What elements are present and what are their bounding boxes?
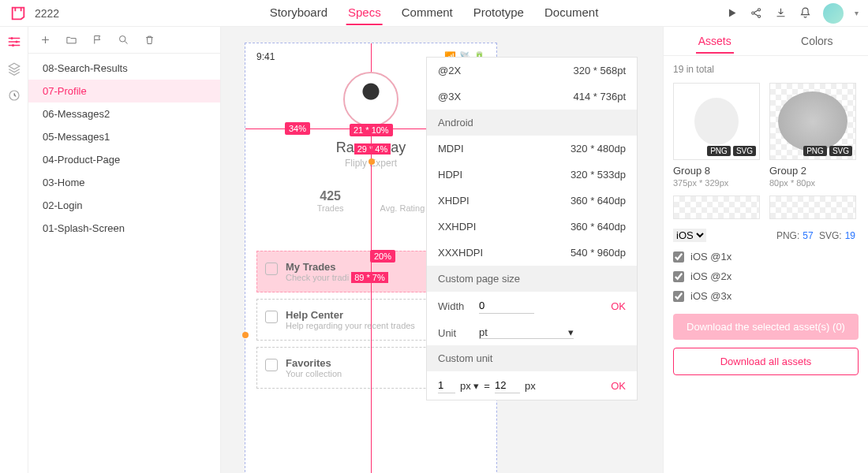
specs-mode-icon[interactable] xyxy=(7,35,21,49)
page-item[interactable]: 01-Splash-Screen xyxy=(28,217,220,240)
page-item[interactable]: 02-Login xyxy=(28,194,220,217)
width-input[interactable] xyxy=(479,298,534,314)
folder-icon[interactable] xyxy=(65,34,77,46)
page-list: 08-Search-Results 07-Profile 06-Messages… xyxy=(28,54,220,243)
scale-checkbox[interactable]: iOS @1x xyxy=(673,247,859,266)
section-header-custom-page: Custom page size xyxy=(427,266,637,292)
spec-panel: @2X320 * 568pt @3X414 * 736pt Android MD… xyxy=(426,57,638,400)
density-val: 540 * 960dp xyxy=(571,247,626,259)
density-key: HDPI xyxy=(438,169,462,181)
resize-handle[interactable] xyxy=(369,158,375,165)
right-panel: Assets Colors 19 in total PNGSVG Group 8… xyxy=(663,27,868,473)
section-header-custom-unit: Custom unit xyxy=(427,345,637,371)
equals-label: = xyxy=(484,380,490,392)
profile-avatar xyxy=(343,72,398,127)
user-menu-chevron-icon[interactable]: ▾ xyxy=(855,9,859,17)
tab-comment[interactable]: Comment xyxy=(400,1,455,25)
list-item-icon xyxy=(265,263,278,275)
download-all-button[interactable]: Download all assets xyxy=(673,348,859,375)
scale-val: 414 * 736pt xyxy=(573,91,626,102)
format-counts: PNG:57 SVG:19 xyxy=(776,230,859,241)
scale-checkbox[interactable]: iOS @3x xyxy=(673,286,859,306)
svg-point-7 xyxy=(120,36,126,43)
list-item-title: My Trades xyxy=(286,261,388,273)
ok-button[interactable]: OK xyxy=(611,380,626,392)
top-nav: Storyboard Specs Comment Prototype Docum… xyxy=(268,1,600,25)
asset-name: Group 8 xyxy=(673,165,760,177)
assets-total: 19 in total xyxy=(664,56,868,83)
width-label: Width xyxy=(438,300,471,312)
scale-checkbox[interactable]: iOS @2x xyxy=(673,266,859,286)
page-item[interactable]: 06-Messages2 xyxy=(28,102,220,125)
asset-thumb: PNGSVG xyxy=(673,83,760,160)
ratio-a-input[interactable] xyxy=(438,378,455,393)
asset-size: 80px * 80px xyxy=(769,178,856,188)
ratio-unit-b: px xyxy=(525,380,536,392)
platform-select[interactable]: iOS xyxy=(673,229,706,242)
sidebar: 08-Search-Results 07-Profile 06-Messages… xyxy=(28,27,221,473)
download-selected-button[interactable]: Download the selected asset(s) (0) xyxy=(673,314,859,340)
scale-val: 320 * 568pt xyxy=(573,65,626,76)
page-item[interactable]: 07-Profile xyxy=(28,80,220,102)
play-icon[interactable] xyxy=(725,6,739,20)
list-item-sub: Your collection xyxy=(286,369,342,378)
asset-card[interactable]: PNGSVG Group 8 375px * 329px xyxy=(673,83,760,188)
history-icon[interactable] xyxy=(7,88,21,102)
asset-thumb[interactable] xyxy=(673,196,760,219)
page-item[interactable]: 03-Home xyxy=(28,171,220,194)
tab-document[interactable]: Document xyxy=(543,1,600,25)
trash-icon[interactable] xyxy=(144,34,155,46)
list-item-sub: Help regarding your recent trades xyxy=(286,321,415,330)
stat-trades-label: Trades xyxy=(317,203,344,213)
tab-prototype[interactable]: Prototype xyxy=(472,1,526,25)
density-val: 320 * 533dp xyxy=(571,169,626,181)
asset-size: 375px * 329px xyxy=(673,178,760,188)
status-time: 9:41 xyxy=(256,51,275,62)
bell-icon[interactable] xyxy=(799,6,812,20)
density-val: 360 * 640dp xyxy=(571,195,626,207)
unit-select[interactable]: pt▾ xyxy=(479,326,574,339)
share-icon[interactable] xyxy=(750,6,763,20)
download-icon[interactable] xyxy=(774,6,788,20)
page-item[interactable]: 08-Search-Results xyxy=(28,57,220,80)
svg-point-4 xyxy=(15,41,17,43)
svg-point-3 xyxy=(10,37,13,39)
ratio-unit-a[interactable]: px ▾ xyxy=(460,380,479,392)
stat-trades-value: 425 xyxy=(317,189,344,203)
tab-storyboard[interactable]: Storyboard xyxy=(268,1,329,25)
ok-button[interactable]: OK xyxy=(611,300,626,312)
asset-thumb[interactable] xyxy=(769,196,856,219)
add-icon[interactable] xyxy=(39,34,51,46)
list-item-icon xyxy=(265,311,278,323)
list-item-icon xyxy=(265,359,278,371)
page-item[interactable]: 05-Messages1 xyxy=(28,125,220,148)
list-item-sub: Check your tradi 89 * 7% xyxy=(286,273,388,282)
app-logo-icon xyxy=(9,5,27,22)
ratio-b-input[interactable] xyxy=(495,378,520,393)
svg-point-2 xyxy=(758,15,760,17)
user-avatar[interactable] xyxy=(823,3,844,24)
svg-point-1 xyxy=(758,9,760,11)
scale-key: @3X xyxy=(438,91,461,102)
density-key: XXHDPI xyxy=(438,221,476,233)
svg-point-5 xyxy=(12,44,14,47)
page-item[interactable]: 04-Product-Page xyxy=(28,148,220,171)
density-val: 360 * 640dp xyxy=(571,221,626,233)
layers-icon[interactable] xyxy=(7,61,21,76)
tab-assets[interactable]: Assets xyxy=(664,27,766,55)
asset-card[interactable]: PNGSVG Group 2 80px * 80px xyxy=(769,83,856,188)
flag-icon[interactable] xyxy=(92,34,103,46)
scale-key: @2X xyxy=(438,65,461,76)
canvas-area[interactable]: 9:41 📶 📡 🔋 8% 34% 21 * 10% Ra29 * 4%ay F… xyxy=(221,27,663,473)
density-key: MDPI xyxy=(438,143,464,155)
unit-label: Unit xyxy=(438,327,471,339)
tab-specs[interactable]: Specs xyxy=(346,1,383,25)
density-key: XXXHDPI xyxy=(438,247,483,259)
search-icon[interactable] xyxy=(118,34,129,46)
list-item-title: Help Center xyxy=(286,309,415,321)
tab-colors[interactable]: Colors xyxy=(766,27,869,55)
density-key: XHDPI xyxy=(438,195,470,207)
resize-handle[interactable] xyxy=(242,332,249,338)
asset-name: Group 2 xyxy=(769,165,856,177)
left-rail xyxy=(0,27,28,473)
